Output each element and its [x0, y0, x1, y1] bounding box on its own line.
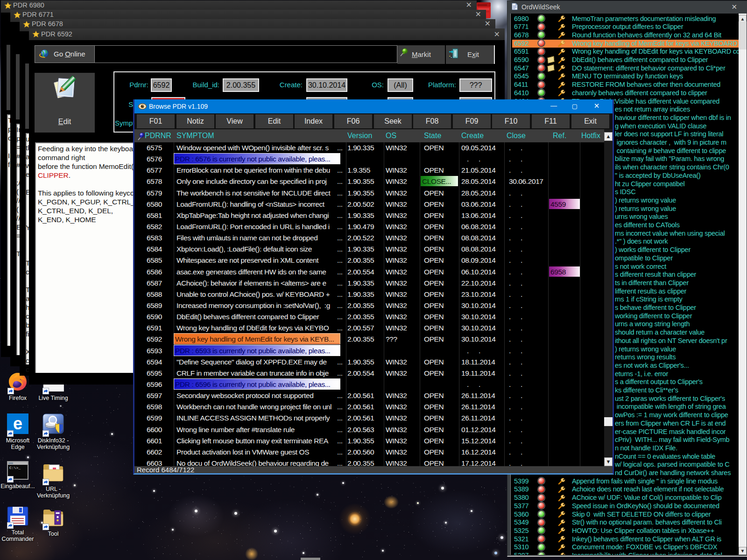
svg-text:C:\>_: C:\>_	[9, 466, 21, 470]
svg-text:e: e	[13, 414, 22, 433]
